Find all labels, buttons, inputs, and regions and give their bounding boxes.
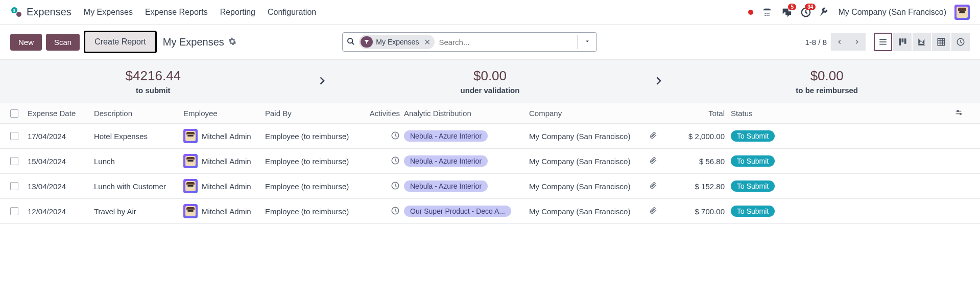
nav-expense-reports[interactable]: Expense Reports	[145, 8, 208, 17]
cell-total: $ 2,000.00	[659, 132, 731, 141]
pager-next-button[interactable]	[848, 33, 866, 51]
nav-configuration[interactable]: Configuration	[268, 8, 316, 17]
topbar: $ Expenses My Expenses Expense Reports R…	[0, 0, 980, 25]
under-validation-label: under validation	[337, 86, 643, 95]
pager-prev-button[interactable]	[831, 33, 848, 51]
header-paid-by[interactable]: Paid By	[265, 109, 367, 118]
chip-close-icon[interactable]: ✕	[422, 37, 433, 47]
nav-my-expenses[interactable]: My Expenses	[84, 8, 133, 17]
attachment-icon[interactable]	[649, 182, 659, 191]
table-row[interactable]: 17/04/2024 Hotel Expenses Mitchell Admin…	[0, 124, 980, 149]
svg-point-7	[957, 110, 959, 112]
toolbar: New Scan Create Report My Expenses My Ex…	[0, 25, 980, 59]
chevron-right-icon	[643, 73, 674, 89]
activities-badge: 34	[805, 4, 816, 10]
user-avatar[interactable]	[954, 5, 970, 20]
attachment-icon[interactable]	[649, 131, 659, 141]
expense-table: Expense Date Description Employee Paid B…	[0, 103, 980, 224]
header-status[interactable]: Status	[731, 109, 782, 118]
app-title[interactable]: Expenses	[27, 6, 71, 18]
to-reimburse-amount: $0.00	[674, 68, 980, 84]
cell-employee: Mitchell Admin	[183, 204, 265, 218]
chip-label: My Expenses	[376, 38, 419, 46]
cell-date: 12/04/2024	[28, 207, 94, 216]
table-row[interactable]: 13/04/2024 Lunch with Customer Mitchell …	[0, 174, 980, 199]
row-checkbox[interactable]	[10, 157, 18, 165]
cell-analytic: Nebula - Azure Interior	[404, 130, 529, 142]
summary-to-reimburse[interactable]: $0.00 to be reimbursed	[674, 68, 980, 95]
to-submit-amount: $4216.44	[0, 68, 306, 84]
summary-bar: $4216.44 to submit $0.00 under validatio…	[0, 59, 980, 103]
page-title: My Expenses	[163, 36, 236, 48]
gear-icon[interactable]	[228, 36, 236, 48]
pager-text[interactable]: 1-8 / 8	[805, 38, 827, 47]
activities-icon[interactable]: 34	[800, 7, 811, 18]
header-total[interactable]: Total	[659, 109, 731, 118]
new-button[interactable]: New	[10, 34, 42, 51]
header-analytic[interactable]: Analytic Distribution	[404, 109, 529, 118]
svg-rect-5	[938, 38, 945, 46]
toolbar-right: 1-8 / 8	[805, 33, 970, 51]
view-pivot-button[interactable]	[932, 33, 950, 51]
employee-avatar-icon	[183, 154, 198, 168]
company-selector[interactable]: My Company (San Francisco)	[838, 8, 946, 17]
column-settings-icon[interactable]	[954, 109, 963, 118]
messages-icon[interactable]: 5	[781, 7, 792, 18]
cell-status: To Submit	[731, 180, 782, 192]
create-report-button[interactable]: Create Report	[84, 31, 157, 53]
attachment-icon[interactable]	[649, 207, 659, 216]
view-list-button[interactable]	[874, 33, 892, 51]
under-validation-amount: $0.00	[337, 68, 643, 84]
header-activities[interactable]: Activities	[367, 109, 404, 118]
header-employee[interactable]: Employee	[183, 109, 265, 118]
cell-activity[interactable]	[367, 156, 404, 167]
row-checkbox[interactable]	[10, 182, 18, 190]
cell-activity[interactable]	[367, 206, 404, 217]
cell-activity[interactable]	[367, 181, 404, 192]
tools-icon[interactable]	[820, 7, 830, 17]
cell-description: Lunch with Customer	[94, 182, 183, 191]
summary-under-validation[interactable]: $0.00 under validation	[337, 68, 643, 95]
cell-status: To Submit	[731, 155, 782, 167]
search-filter-chip: My Expenses ✕	[359, 35, 435, 49]
view-activity-button[interactable]	[951, 33, 970, 51]
header-description[interactable]: Description	[94, 109, 183, 118]
svg-point-8	[960, 113, 962, 115]
recording-indicator-icon	[748, 10, 753, 15]
cell-paid-by: Employee (to reimburse)	[265, 132, 367, 141]
search-input[interactable]	[439, 38, 573, 47]
cell-total: $ 152.80	[659, 182, 731, 191]
svg-point-2	[16, 12, 21, 17]
header-date[interactable]: Expense Date	[28, 109, 94, 118]
summary-to-submit[interactable]: $4216.44 to submit	[0, 68, 306, 95]
employee-avatar-icon	[183, 204, 198, 218]
chevron-right-icon	[306, 73, 337, 89]
cell-activity[interactable]	[367, 131, 404, 142]
search-bar[interactable]: My Expenses ✕	[342, 32, 597, 52]
phone-icon[interactable]	[761, 7, 773, 18]
cell-total: $ 700.00	[659, 207, 731, 216]
row-checkbox[interactable]	[10, 132, 18, 140]
table-row[interactable]: 12/04/2024 Travel by Air Mitchell Admin …	[0, 199, 980, 224]
view-switcher	[874, 33, 970, 51]
table-row[interactable]: 15/04/2024 Lunch Mitchell Admin Employee…	[0, 149, 980, 174]
cell-employee: Mitchell Admin	[183, 154, 265, 168]
to-reimburse-label: to be reimbursed	[674, 86, 980, 95]
cell-date: 17/04/2024	[28, 132, 94, 141]
cell-analytic: Our Super Product - Deco A...	[404, 206, 529, 217]
attachment-icon[interactable]	[649, 156, 659, 166]
row-checkbox[interactable]	[10, 207, 18, 215]
view-graph-button[interactable]	[913, 33, 931, 51]
select-all-checkbox[interactable]	[10, 109, 18, 118]
nav-reporting[interactable]: Reporting	[220, 8, 255, 17]
employee-avatar-icon	[183, 179, 198, 193]
table-header: Expense Date Description Employee Paid B…	[0, 103, 980, 124]
cell-company: My Company (San Francisco)	[529, 182, 649, 191]
cell-status: To Submit	[731, 130, 782, 142]
cell-date: 13/04/2024	[28, 182, 94, 191]
page-title-text: My Expenses	[163, 36, 224, 48]
header-company[interactable]: Company	[529, 109, 649, 118]
search-dropdown-toggle[interactable]	[578, 35, 596, 49]
scan-button[interactable]: Scan	[46, 34, 80, 51]
view-kanban-button[interactable]	[893, 33, 912, 51]
